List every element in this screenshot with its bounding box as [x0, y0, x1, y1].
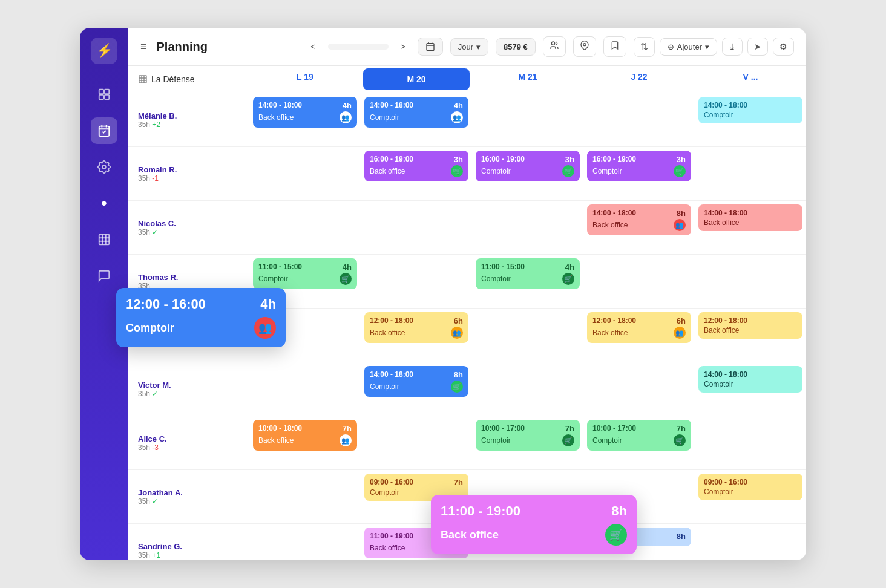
day-header-4: V ...: [695, 66, 806, 93]
shift-card[interactable]: 14:00 - 18:004h Back office👥: [253, 97, 357, 128]
header-right: ⇅ ⊕ Ajouter ▾ ⤓ ➤ ⚙: [634, 37, 794, 57]
menu-icon[interactable]: ≡: [140, 41, 147, 53]
person-name: Nicolas C.: [138, 219, 240, 228]
sidebar-item-settings[interactable]: [91, 154, 117, 180]
nav-next-button[interactable]: >: [396, 38, 410, 55]
cal-cell: 14:00 - 18:008h Comptoir🛒: [361, 362, 472, 416]
cal-cell: [695, 416, 806, 469]
person-hours: 35h -3: [138, 443, 240, 452]
table-row: Nicolas C. 35h ✓ 14:00 - 18:008h Back of…: [128, 201, 806, 255]
person-cell: Victor M. 35h ✓: [128, 362, 249, 416]
team-icon-button[interactable]: [543, 36, 566, 57]
cal-cell: 14:00 - 18:00 Comptoir: [695, 93, 806, 146]
popup-bottom-time: 11:00 - 19:00 8h: [441, 503, 627, 519]
svg-rect-1: [105, 90, 109, 94]
person-name: Alice C.: [138, 434, 240, 443]
add-button[interactable]: ⊕ Ajouter ▾: [660, 38, 717, 56]
location-header: La Défense: [128, 66, 249, 93]
shift-card[interactable]: 14:00 - 18:004h Comptoir👥: [364, 97, 468, 128]
popup-shift-card[interactable]: 12:00 - 16:00 4h Comptoir 👥: [116, 288, 286, 347]
shift-card[interactable]: 14:00 - 18:00 Back office: [698, 204, 802, 231]
cal-cell: [472, 362, 583, 416]
popup-bottom-shift-card[interactable]: 11:00 - 19:00 8h Back office 🛒: [431, 495, 637, 554]
shift-card[interactable]: 11:00 - 15:004h Comptoir🛒: [253, 258, 357, 289]
table-row: Victor M. 35h ✓ 14:00 - 18:008h Comptoir…: [128, 362, 806, 416]
cal-cell: 16:00 - 19:003h Back office🛒: [361, 147, 472, 200]
shift-card[interactable]: 14:00 - 18:008h Comptoir🛒: [364, 366, 468, 397]
person-cell: Nicolas C. 35h ✓: [128, 201, 249, 254]
person-hours: 35h ✓: [138, 497, 240, 506]
amount-badge: 8579 €: [496, 38, 536, 56]
share-button[interactable]: ➤: [747, 38, 768, 56]
cal-cell: [249, 524, 361, 560]
gear-button[interactable]: ⚙: [773, 38, 794, 56]
table-row: Romain R. 35h -1 16:00 - 19:003h Back of…: [128, 147, 806, 201]
svg-rect-0: [99, 90, 103, 94]
svg-rect-4: [99, 126, 110, 137]
cal-cell: 12:00 - 18:006h Back office👥: [583, 309, 695, 362]
bookmark-icon-button[interactable]: [603, 36, 626, 57]
sidebar-item-calendar[interactable]: [91, 117, 117, 144]
sidebar-item-building[interactable]: [91, 226, 117, 253]
sidebar-item-grid[interactable]: [91, 81, 117, 108]
cal-cell: 12:00 - 18:00 Back office: [695, 309, 806, 362]
cal-cell: [361, 255, 472, 308]
cal-cell: [695, 147, 806, 200]
sort-button[interactable]: ⇅: [634, 37, 655, 57]
person-name: Thomas R.: [138, 273, 240, 282]
shift-card[interactable]: 14:00 - 18:008h Back office👥: [587, 204, 691, 235]
shift-card[interactable]: 10:00 - 18:007h Back office👥: [253, 420, 357, 451]
person-cell: Mélanie B. 35h +2: [128, 93, 249, 146]
cal-cell: 14:00 - 18:008h Back office👥: [583, 201, 695, 254]
cal-cell: 16:00 - 19:003h Comptoir🛒: [472, 147, 583, 200]
day-header-0: L 19: [249, 66, 361, 93]
calendar-icon-button[interactable]: [418, 38, 443, 56]
cal-cell: 16:00 - 19:003h Comptoir🛒: [583, 147, 695, 200]
person-hours: 35h +2: [138, 120, 240, 129]
sidebar-item-dot[interactable]: •: [91, 190, 117, 217]
cal-cell: [249, 147, 361, 200]
shift-card[interactable]: 10:00 - 17:007h Comptoir🛒: [476, 420, 580, 451]
location-name: La Défense: [151, 74, 195, 84]
location-icon-button[interactable]: [573, 36, 596, 57]
cal-cell: [695, 524, 806, 560]
cal-cell: 14:00 - 18:00 Back office: [695, 201, 806, 254]
shift-card[interactable]: 09:00 - 16:00 Comptoir: [698, 474, 802, 500]
person-cell: Romain R. 35h -1: [128, 147, 249, 200]
page-title: Planning: [157, 40, 208, 54]
cal-cell: 10:00 - 17:007h Comptoir🛒: [472, 416, 583, 469]
shift-card[interactable]: 16:00 - 19:003h Comptoir🛒: [587, 151, 691, 181]
date-range: [328, 44, 389, 50]
cal-cell: [472, 201, 583, 254]
shift-card[interactable]: 14:00 - 18:00 Comptoir: [698, 366, 802, 393]
shift-card[interactable]: 10:00 - 17:007h Comptoir🛒: [587, 420, 691, 451]
shift-card[interactable]: 12:00 - 18:006h Back office👥: [587, 312, 691, 343]
shift-card[interactable]: 14:00 - 18:00 Comptoir: [698, 97, 802, 123]
cal-cell: [695, 255, 806, 308]
view-mode-button[interactable]: Jour ▾: [450, 38, 488, 56]
shift-card[interactable]: 12:00 - 18:00 Back office: [698, 312, 802, 339]
cal-cell: 10:00 - 17:007h Comptoir🛒: [583, 416, 695, 469]
day-header-2: M 21: [472, 66, 583, 93]
shift-card[interactable]: 16:00 - 19:003h Back office🛒: [364, 151, 468, 181]
nav-prev-button[interactable]: <: [306, 38, 320, 55]
cal-cell: [583, 362, 695, 416]
shift-card[interactable]: 11:00 - 15:004h Comptoir🛒: [476, 258, 580, 289]
shift-card[interactable]: 16:00 - 19:003h Comptoir🛒: [476, 151, 580, 181]
day-header-3: J 22: [583, 66, 695, 93]
cal-cell: 14:00 - 18:00 Comptoir: [695, 362, 806, 416]
svg-rect-9: [99, 235, 110, 245]
app-screen: ⚡ • ≡ Planning < > Jo: [80, 28, 806, 560]
shift-card[interactable]: 12:00 - 18:006h Back office👥: [364, 312, 468, 343]
cal-cell: [472, 93, 583, 146]
cal-cell: [583, 255, 695, 308]
table-row: Alice C. 35h -3 10:00 - 18:007h Back off…: [128, 416, 806, 470]
header: ≡ Planning < > Jour ▾ 8579 € ⇅: [128, 28, 806, 66]
popup-bottom-icon: 🛒: [605, 524, 627, 546]
svg-point-18: [551, 42, 554, 45]
sidebar-item-chat[interactable]: [91, 263, 117, 289]
cal-cell: [472, 309, 583, 362]
person-cell: Sandrine G. 35h +1: [128, 524, 249, 560]
download-button[interactable]: ⤓: [722, 38, 743, 56]
svg-point-8: [102, 165, 106, 169]
